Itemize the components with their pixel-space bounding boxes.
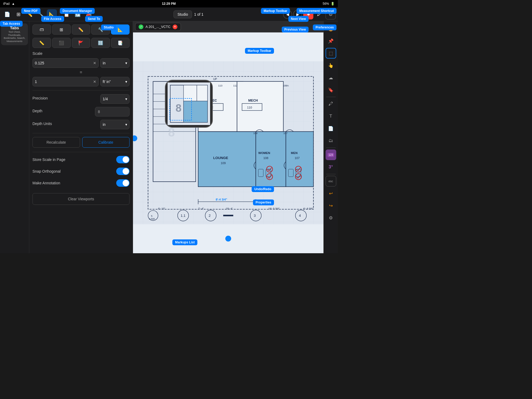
chevron-down-icon-1: ▾	[125, 61, 127, 65]
snap-orthogonal-toggle[interactable]	[116, 168, 130, 175]
blueprint-canvas: STAIR 8 UP LOUNGE 109 WOMEN	[133, 32, 323, 253]
svg-rect-71	[184, 101, 207, 122]
page-indicator: 1 of 1	[194, 12, 203, 16]
svg-text:8'-4 3/4": 8'-4 3/4"	[216, 198, 227, 201]
rt-cloud-button[interactable]: ☁	[326, 72, 336, 83]
depth-units-row: Depth Units in ▾	[32, 120, 130, 129]
rt-cursor-button[interactable]: 👆	[326, 60, 336, 71]
scale-row-2: 1 ✕ ft' in" ▾	[32, 77, 130, 86]
scale-value-2[interactable]: 1 ✕	[32, 77, 99, 86]
rt-sep-2	[326, 148, 336, 148]
sub-btn-extra[interactable]: 📑	[111, 38, 130, 48]
rt-angle-button[interactable]: 3°	[326, 162, 336, 172]
toolbar-center: Studio 1 of 1	[95, 10, 282, 18]
sub-btn-pencil[interactable]: ✏️	[72, 24, 90, 35]
thumbnail-popup: 8	[165, 80, 213, 128]
left-sidebar: Tabs Tool Chest, Thumbnails, Bookmarks, …	[0, 21, 29, 253]
sub-btn-more[interactable]: 🔠	[91, 38, 110, 48]
rt-badge: 123	[327, 153, 334, 157]
depth-value: 8	[95, 107, 130, 117]
snap-orthogonal-label: Snap Orthogonal	[32, 169, 61, 173]
scale-clear-1[interactable]: ✕	[93, 61, 96, 65]
rt-sep-3	[326, 174, 336, 174]
battery-label: 56%	[323, 2, 329, 6]
svg-text:8: 8	[168, 126, 175, 139]
doc-tab-close-button[interactable]: ✕	[173, 24, 177, 29]
rt-pin-button[interactable]: 📌	[326, 36, 336, 46]
previous-view-annotation: Previous View	[282, 27, 309, 32]
undo-redo-annotation: Undo/Redo	[252, 186, 274, 192]
chevron-down-icon-2: ▾	[125, 80, 127, 84]
svg-text:107: 107	[283, 132, 288, 135]
sub-btn-chest[interactable]: 🗃	[32, 24, 51, 35]
svg-text:MEN: MEN	[291, 151, 298, 155]
svg-text:107: 107	[295, 156, 300, 160]
wifi-icon: ▲	[12, 2, 15, 6]
right-toolbar: 🟠 📌 ⬚ 👆 ☁ 🔖 🖍 T 📄 🗂 123 3° esc ↩ ↪ ⚙	[323, 21, 338, 253]
sub-btn-flag[interactable]: 🚩	[72, 38, 90, 48]
recalculate-button[interactable]: Recalculate	[32, 137, 80, 148]
svg-text:6'- 9 3/4": 6'- 9 3/4"	[304, 207, 313, 210]
doc-tab[interactable]: ✓ A 201_..._VCTC ✕	[135, 23, 181, 31]
new-pdf-annotation: New PDF	[21, 8, 40, 14]
clear-viewports-button[interactable]: Clear Viewports	[32, 193, 130, 205]
tabs-panel: Tabs Tool Chest, Thumbnails, Bookmarks, …	[1, 23, 28, 45]
scale-value-1[interactable]: 0.125 ✕	[32, 58, 99, 68]
svg-text:4: 4	[299, 214, 301, 218]
properties-gear-button[interactable]: ⚙	[326, 213, 336, 223]
file-access-annotation: File Access	[41, 16, 64, 22]
calibrate-button[interactable]: Calibrate	[82, 137, 130, 148]
sub-btn-grid[interactable]: ⊞	[52, 24, 71, 35]
send-to-annotation: Send To	[85, 16, 103, 22]
store-scale-toggle[interactable]	[116, 156, 130, 163]
rt-select-button[interactable]: ⬚	[326, 48, 336, 59]
rt-text-button[interactable]: T	[326, 111, 336, 122]
svg-rect-31	[237, 81, 283, 131]
svg-text:110: 110	[247, 106, 252, 109]
tab-access-annotation: Tab Access	[0, 21, 23, 27]
make-annotation-toggle[interactable]	[116, 179, 130, 187]
equals-sign: =	[32, 70, 130, 75]
new-pdf-button[interactable]: 📄	[2, 9, 12, 19]
make-annotation-label: Make Annotation	[32, 181, 60, 185]
scale-unit-2[interactable]: ft' in" ▾	[100, 77, 130, 86]
rt-layers-button[interactable]: 🗂	[326, 135, 336, 146]
rt-highlight-button[interactable]: 🖍	[326, 99, 336, 109]
svg-text:8: 8	[176, 102, 181, 114]
sub-toolbar-2: 📏 ⬛ 🚩 🔠 📑	[32, 38, 130, 48]
rt-sep-1	[326, 97, 336, 97]
scale-unit-1[interactable]: in ▾	[100, 58, 130, 68]
svg-text:3: 3	[254, 214, 256, 218]
store-scale-row: Store Scale in Page	[32, 156, 130, 163]
svg-text:5: 5	[151, 214, 152, 217]
studio-button[interactable]: Studio	[173, 10, 192, 18]
status-bar-left: iPad ▲	[3, 2, 15, 6]
action-row: Recalculate Calibrate	[32, 137, 130, 148]
sub-btn-scale[interactable]: 📏	[32, 38, 51, 48]
snap-orthogonal-row: Snap Orthogonal	[32, 168, 130, 175]
svg-text:113: 113	[218, 84, 222, 87]
rt-escape-button[interactable]: esc	[326, 176, 336, 186]
depth-row: Depth 8	[32, 107, 130, 117]
scale-clear-2[interactable]: ✕	[93, 80, 96, 84]
divider-2	[32, 133, 130, 133]
main-content: Tabs Tool Chest, Thumbnails, Bookmarks, …	[0, 21, 338, 253]
rt-document-button[interactable]: 📄	[326, 123, 336, 134]
rt-stamp-button[interactable]: 🔖	[326, 85, 336, 95]
redo-button[interactable]: ↪	[326, 200, 336, 211]
next-view-annotation: Next View	[288, 16, 309, 22]
svg-text:19'- 4": 19'- 4"	[226, 207, 233, 210]
depth-label: Depth	[32, 109, 42, 113]
precision-dropdown[interactable]: 1/4 ▾	[100, 94, 130, 104]
measurement-shortcut-annotation: Measurement Shortcut	[297, 8, 336, 14]
depth-units-label: Depth Units	[32, 122, 52, 126]
scale-panel: 🗃 ⊞ ✏️ 🔧 📐 📏 ⬛ 🚩 🔠 📑 Scale 0.125 ✕ in ▾	[29, 21, 133, 253]
sub-btn-shapes[interactable]: ⬛	[52, 38, 71, 48]
svg-rect-17	[256, 132, 286, 187]
studio-annotation: Studio	[101, 24, 116, 30]
rt-badge-button[interactable]: 123	[326, 149, 336, 160]
depth-units-dropdown[interactable]: in ▾	[100, 120, 130, 129]
viewport-handle-bottom[interactable]	[225, 236, 231, 242]
undo-button[interactable]: ↩	[326, 188, 336, 199]
markup-toolbar-annotation-2: Markup Toolbar	[245, 48, 274, 54]
